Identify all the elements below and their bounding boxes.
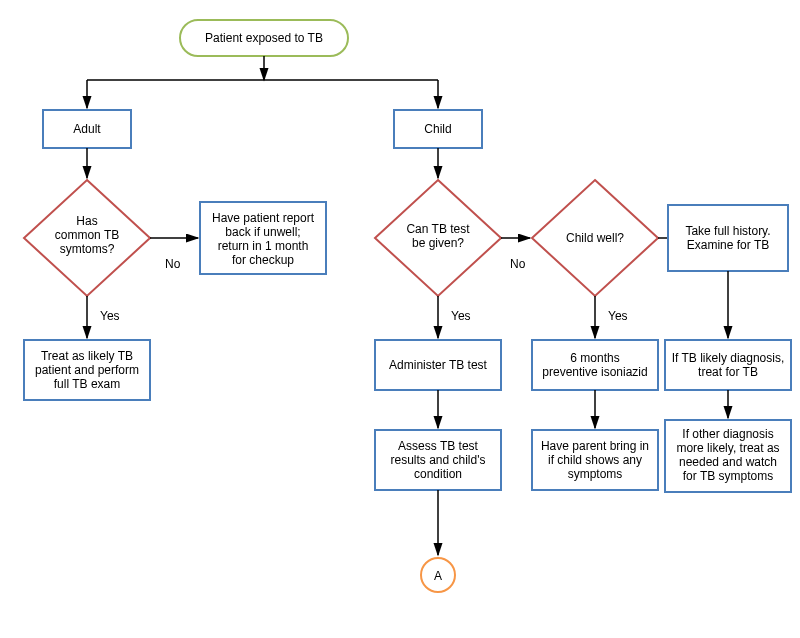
svg-text:be given?: be given? <box>412 236 464 250</box>
svg-text:Assess TB test: Assess TB test <box>398 439 478 453</box>
svg-text:treat for TB: treat for TB <box>698 365 758 379</box>
svg-text:condition: condition <box>414 467 462 481</box>
start-label: Patient exposed to TB <box>205 31 323 45</box>
svg-text:Take full history.: Take full history. <box>685 224 770 238</box>
svg-text:more likely, treat as: more likely, treat as <box>676 441 779 455</box>
svg-text:If TB likely diagnosis,: If TB likely diagnosis, <box>672 351 785 365</box>
svg-text:No: No <box>510 257 526 271</box>
svg-text:Examine for TB: Examine for TB <box>687 238 769 252</box>
svg-text:return in 1 month: return in 1 month <box>218 239 309 253</box>
svg-text:Administer TB test: Administer TB test <box>389 358 487 372</box>
svg-text:Have parent bring in: Have parent bring in <box>541 439 649 453</box>
svg-text:needed and watch: needed and watch <box>679 455 777 469</box>
child-label: Child <box>424 122 451 136</box>
svg-text:if child shows any: if child shows any <box>548 453 642 467</box>
svg-text:Can TB test: Can TB test <box>406 222 470 236</box>
svg-text:No: No <box>165 257 181 271</box>
adult-label: Adult <box>73 122 101 136</box>
svg-text:Have patient report: Have patient report <box>212 211 315 225</box>
svg-text:Yes: Yes <box>100 309 120 323</box>
svg-text:Yes: Yes <box>451 309 471 323</box>
svg-text:full TB exam: full TB exam <box>54 377 120 391</box>
svg-text:6 months: 6 months <box>570 351 619 365</box>
svg-text:symtoms?: symtoms? <box>60 242 115 256</box>
svg-text:patient and perform: patient and perform <box>35 363 139 377</box>
svg-text:results and child's: results and child's <box>390 453 485 467</box>
svg-text:Yes: Yes <box>608 309 628 323</box>
svg-text:If other diagnosis: If other diagnosis <box>682 427 773 441</box>
svg-text:A: A <box>434 569 442 583</box>
svg-text:symptoms: symptoms <box>568 467 623 481</box>
tb-flowchart: Patient exposed to TB Adult Child Has co… <box>0 0 800 638</box>
svg-text:preventive isoniazid: preventive isoniazid <box>542 365 647 379</box>
svg-text:back if unwell;: back if unwell; <box>225 225 300 239</box>
svg-text:Has: Has <box>76 214 97 228</box>
svg-text:common TB: common TB <box>55 228 119 242</box>
svg-text:for checkup: for checkup <box>232 253 294 267</box>
svg-text:Child well?: Child well? <box>566 231 624 245</box>
svg-text:Treat as likely TB: Treat as likely TB <box>41 349 133 363</box>
svg-text:for TB symptoms: for TB symptoms <box>683 469 773 483</box>
